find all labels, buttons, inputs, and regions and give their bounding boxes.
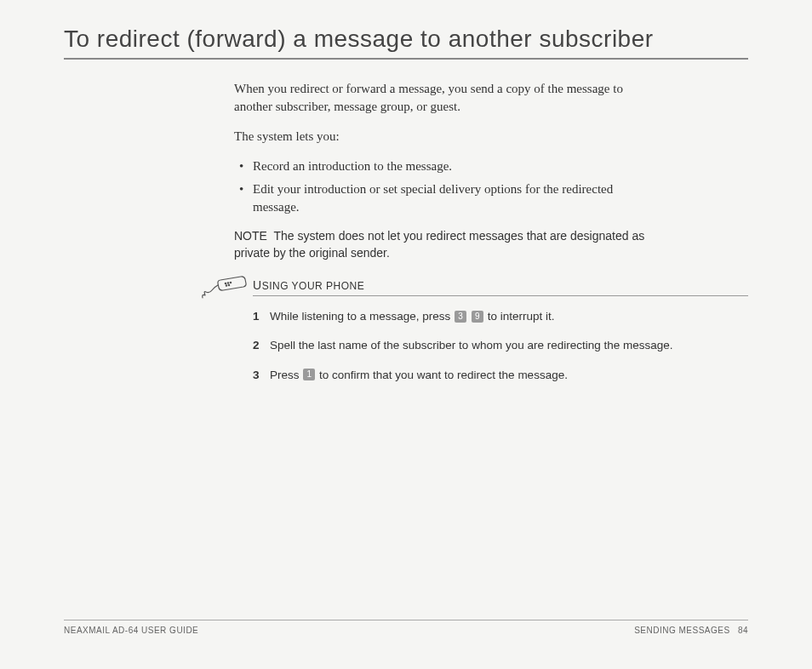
page-number: 84 [738,626,748,635]
step-item: Spell the last name of the subscriber to… [253,337,748,354]
page-title: To redirect (forward) a message to anoth… [64,26,748,53]
capability-list: Record an introduction to the message. E… [234,157,660,216]
note-label: NOTE [234,229,267,243]
page-footer: NEAXMAIL AD-64 USER GUIDE SENDING MESSAG… [64,620,748,635]
svg-point-3 [226,285,226,286]
keypad-key-icon: 3 [455,311,466,323]
note-text: The system does not let you redirect mes… [234,229,644,260]
list-item: Edit your introduction or set special de… [234,180,660,216]
heading-rest: SING YOUR PHONE [262,280,365,292]
section-heading: USING YOUR PHONE [253,278,748,296]
step-text: While listening to a message, press [270,310,454,323]
lead-paragraph: The system lets you: [234,128,660,146]
step-item: While listening to a message, press 3 9 … [253,308,748,325]
section-body: USING YOUR PHONE While listening to a me… [253,278,748,396]
step-text: Press [270,369,302,381]
steps-list: While listening to a message, press 3 9 … [253,308,748,384]
using-phone-section: USING YOUR PHONE While listening to a me… [200,278,748,396]
title-rule [64,58,748,60]
step-text: to confirm that you want to redirect the… [316,369,568,381]
footer-right: SENDING MESSAGES 84 [629,626,748,635]
step-text: to interrupt it. [484,310,555,323]
svg-point-2 [230,282,231,283]
footer-rule [64,620,748,620]
heading-initial-cap: U [253,278,262,292]
content-block: When you redirect or forward a message, … [234,80,660,261]
svg-point-1 [227,283,228,283]
footer-row: NEAXMAIL AD-64 USER GUIDE SENDING MESSAG… [64,626,748,635]
keypad-key-icon: 1 [303,369,315,380]
footer-section-label: SENDING MESSAGES [634,626,729,635]
note-paragraph: NOTE The system does not let you redirec… [234,228,660,261]
svg-point-4 [228,284,229,285]
svg-point-0 [225,283,226,283]
keypad-key-icon: 9 [472,311,483,323]
list-item: Record an introduction to the message. [234,157,660,175]
footer-left: NEAXMAIL AD-64 USER GUIDE [64,626,198,635]
phone-handset-icon [200,275,249,300]
step-item: Press 1 to confirm that you want to redi… [253,367,748,384]
intro-paragraph: When you redirect or forward a message, … [234,80,660,116]
